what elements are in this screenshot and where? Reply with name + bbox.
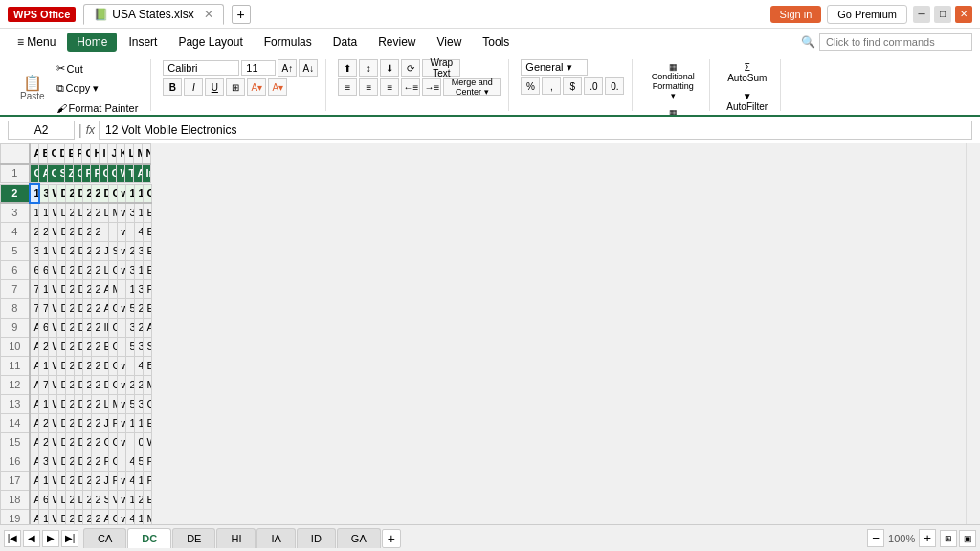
table-cell[interactable]: Owner: [108, 452, 117, 471]
table-cell[interactable]: 14: [125, 490, 134, 509]
normal-view-button[interactable]: ⊞: [940, 530, 957, 547]
table-cell[interactable]: Eating: [143, 222, 151, 241]
align-center-button[interactable]: ≡: [359, 78, 378, 96]
menu-home[interactable]: Home: [67, 33, 117, 52]
table-cell[interactable]: 4: [125, 471, 134, 490]
table-cell[interactable]: 36: [125, 260, 134, 279]
table-cell[interactable]: Dist Colur: [74, 413, 82, 432]
cut-button[interactable]: ✂ Cut: [52, 59, 144, 77]
sheet-tab-de[interactable]: DE: [172, 528, 215, 548]
table-cell[interactable]: 309 H St NW: [39, 184, 49, 203]
table-cell[interactable]: A & B Towing: [30, 318, 39, 337]
table-cell[interactable]: Dist Colur: [74, 222, 82, 241]
sheet-tab-ia[interactable]: IA: [256, 528, 295, 548]
col-header-j[interactable]: J: [107, 144, 116, 164]
table-cell[interactable]: Washingtc: [48, 471, 56, 490]
table-cell[interactable]: 6420 Chillum Pl NW: [39, 318, 49, 337]
table-cell[interactable]: 2028721126: [82, 203, 91, 222]
header-company[interactable]: CompanyName: [30, 164, 39, 183]
table-cell[interactable]: 421950: [134, 356, 143, 375]
sheet-tab-hi[interactable]: HI: [216, 528, 256, 548]
increase-decimal-button[interactable]: .0: [584, 77, 603, 95]
header-city[interactable]: City: [47, 164, 56, 183]
header-fax[interactable]: FaxNumber: [90, 164, 99, 183]
table-cell[interactable]: 600 New Hampshire Ave N: [39, 260, 49, 279]
decrease-indent-button[interactable]: ←≡: [401, 78, 420, 96]
font-decrease-button[interactable]: A↓: [299, 59, 318, 77]
file-tab[interactable]: 📗 USA States.xlsx ✕: [83, 4, 223, 25]
table-cell[interactable]: Sr VP: [108, 241, 117, 260]
table-cell[interactable]: 227760: [134, 318, 143, 337]
tab-nav-prev[interactable]: ◀: [23, 530, 40, 547]
table-cell[interactable]: 301 Kennedy St NW: [39, 452, 49, 471]
table-cell[interactable]: 20012-213: [65, 318, 74, 337]
col-header-m[interactable]: M: [133, 144, 142, 164]
table-cell[interactable]: 2022917711: [82, 318, 91, 337]
table-cell[interactable]: 59: [125, 298, 134, 318]
table-cell[interactable]: 2022668500: [82, 509, 91, 524]
header-industry[interactable]: Indust: [142, 164, 150, 183]
table-cell[interactable]: 2023930701: [82, 298, 91, 318]
table-cell[interactable]: DC: [56, 318, 65, 337]
table-cell[interactable]: A Quality Printers: [30, 452, 39, 471]
menu-view[interactable]: View: [428, 33, 472, 52]
table-cell[interactable]: Owner: [108, 337, 117, 356]
table-cell[interactable]: 2027898063: [91, 184, 100, 203]
table-cell[interactable]: www.3di.c: [117, 241, 125, 260]
table-cell[interactable]: Loren Evar: [100, 394, 108, 413]
table-cell[interactable]: President: [108, 471, 117, 490]
table-cell[interactable]: A Capitol Process Svc: [30, 356, 39, 375]
table-cell[interactable]: Abdul Has: [100, 279, 108, 298]
table-cell[interactable]: 17: [125, 279, 134, 298]
header-phone[interactable]: PhoneNumber: [81, 164, 90, 183]
add-sheet-button[interactable]: +: [382, 529, 401, 548]
text-angle-button[interactable]: ⟳: [401, 59, 420, 77]
close-button[interactable]: ✕: [955, 6, 972, 23]
page-view-button[interactable]: ▣: [959, 530, 976, 547]
col-header-n[interactable]: N: [142, 144, 150, 164]
table-cell[interactable]: 20004-260: [65, 298, 74, 318]
table-cell[interactable]: Publist: [143, 471, 151, 490]
table-cell[interactable]: 20001-294: [65, 222, 74, 241]
table-cell[interactable]: AAA Washington Office: [30, 490, 39, 509]
table-cell[interactable]: [117, 279, 125, 298]
table-cell[interactable]: A M Briggs Inc: [30, 432, 39, 452]
font-color-button[interactable]: A▾: [268, 78, 287, 96]
table-cell[interactable]: 701 Pa Ave Restaurant: [30, 298, 39, 318]
table-cell[interactable]: 3280320: [134, 394, 143, 413]
table-cell[interactable]: Washingtc: [48, 509, 56, 524]
table-cell[interactable]: [100, 222, 108, 241]
table-cell[interactable]: 20006-401: [65, 394, 74, 413]
table-cell[interactable]: DC: [56, 432, 65, 452]
formula-input[interactable]: [99, 121, 972, 140]
font-name-input[interactable]: [163, 60, 239, 76]
table-cell[interactable]: Dist Colur: [74, 184, 82, 203]
table-cell[interactable]: President: [108, 413, 117, 432]
table-cell[interactable]: A I Architecture: [30, 413, 39, 432]
table-cell[interactable]: 2028577826: [91, 337, 100, 356]
table-cell[interactable]: www.3citr: [117, 222, 125, 241]
table-cell[interactable]: 2023310227: [91, 203, 100, 222]
table-cell[interactable]: 20011-651: [65, 452, 74, 471]
table-cell[interactable]: 2026672520: [91, 356, 100, 375]
header-website[interactable]: WebSite: [116, 164, 124, 183]
table-cell[interactable]: 2401 M St NW: [39, 337, 49, 356]
menu-page-layout[interactable]: Page Layout: [168, 33, 252, 52]
table-cell[interactable]: 2100 M St NW # 800: [39, 413, 49, 432]
table-cell[interactable]: 31: [125, 203, 134, 222]
table-cell[interactable]: Washingtc: [48, 394, 56, 413]
table-cell[interactable]: 1667 K St NW # L1101: [39, 471, 49, 490]
table-cell[interactable]: Suburt: [143, 337, 151, 356]
zoom-in-button[interactable]: +: [919, 529, 936, 547]
table-cell[interactable]: Food S: [143, 279, 151, 298]
table-cell[interactable]: Manager: [108, 203, 117, 222]
table-cell[interactable]: 1132560: [134, 471, 143, 490]
table-cell[interactable]: Engine: [143, 490, 151, 509]
table-cell[interactable]: Dist Colur: [74, 203, 82, 222]
table-cell[interactable]: 1827 18th St NW: [39, 356, 49, 375]
table-cell[interactable]: 400: [125, 509, 134, 524]
tab-nav-last[interactable]: ▶|: [61, 530, 78, 547]
table-cell[interactable]: Miscell: [143, 509, 151, 524]
table-cell[interactable]: Washingtc: [48, 203, 56, 222]
table-cell[interactable]: 262640: [134, 375, 143, 394]
